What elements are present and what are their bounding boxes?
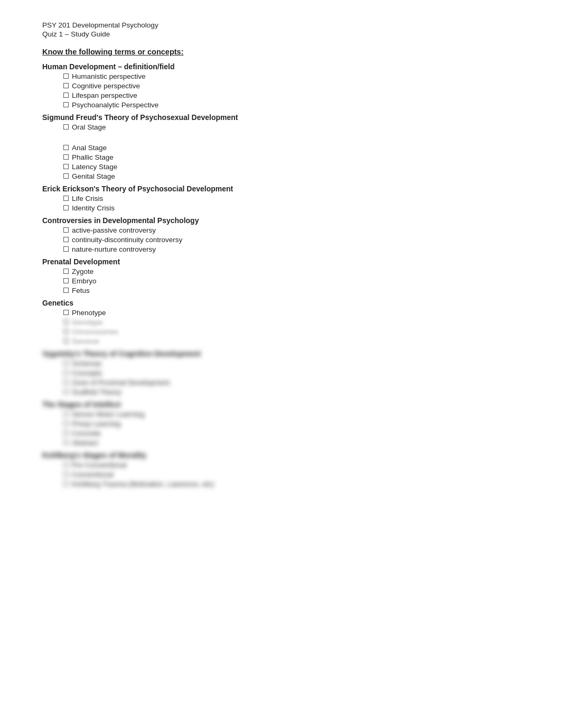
vygotsky-list: Schemas Concepts Zone of Proximal Develo…: [63, 360, 519, 396]
bullet-icon: [63, 164, 69, 169]
bullet-icon: [63, 173, 69, 179]
bullet-icon: [63, 440, 69, 445]
bullet-icon: [63, 237, 69, 242]
bullet-icon: [63, 102, 69, 107]
bullet-icon: [63, 73, 69, 79]
genetics-list: Phenotype Genotype Chromosomes Genome: [63, 309, 519, 345]
bullet-icon: [63, 421, 69, 426]
list-item: Anal Stage: [63, 144, 519, 152]
list-item: Latency Stage: [63, 163, 519, 171]
list-item: Oral Stage: [63, 123, 519, 131]
human-development-list: Humanistic perspective Cognitive perspec…: [63, 72, 519, 109]
list-item: Sensor Motor Learning: [63, 410, 519, 418]
section-title-human-development: Human Development – definition/field: [42, 62, 519, 71]
list-item: Conventional: [63, 471, 519, 478]
intellect-list: Sensor Motor Learning Preop Learning Con…: [63, 410, 519, 447]
list-item: Pre Conventional: [63, 461, 519, 469]
section-title-intellect: The Stages of Intellect: [42, 400, 519, 409]
prenatal-list: Zygote Embryo Fetus: [63, 268, 519, 294]
bullet-icon: [63, 430, 69, 436]
section-controversies: Controversies in Developmental Psycholog…: [42, 216, 519, 253]
section-title-genetics: Genetics: [42, 299, 519, 307]
section-vygotsky-blurred: Vygotsky's Theory of Cognitive Developme…: [42, 349, 519, 396]
bullet-icon: [63, 83, 69, 88]
list-item-blurred: Genotype: [63, 318, 519, 326]
list-item: Abstract: [63, 439, 519, 447]
bullet-icon: [63, 196, 69, 201]
list-item: Preop Learning: [63, 420, 519, 428]
bullet-icon: [63, 411, 69, 417]
section-title-freud: Sigmund Freud's Theory of Psychosexual D…: [42, 113, 519, 122]
list-item: Fetus: [63, 287, 519, 294]
list-item: Genital Stage: [63, 172, 519, 180]
list-item: Schemas: [63, 360, 519, 367]
bullet-icon: [63, 329, 69, 334]
bullet-icon: [63, 462, 69, 467]
quiz-title: Quiz 1 – Study Guide: [42, 30, 519, 38]
list-item: Identity Crisis: [63, 204, 519, 212]
bullet-icon: [63, 145, 69, 150]
bullet-icon: [63, 227, 69, 233]
bullet-icon: [63, 319, 69, 325]
bullet-icon: [63, 481, 69, 486]
bullet-icon: [63, 288, 69, 293]
kohlberg-list: Pre Conventional Conventional Kohlberg T…: [63, 461, 519, 488]
list-item: Embryo: [63, 277, 519, 285]
list-item: Humanistic perspective: [63, 72, 519, 80]
list-item: Phenotype: [63, 309, 519, 317]
section-title-prenatal: Prenatal Development: [42, 257, 519, 266]
list-item: Scaffold Theory: [63, 388, 519, 396]
bullet-icon: [63, 370, 69, 375]
freud-list: Oral Stage Anal Stage Phallic Stage Late…: [63, 123, 519, 180]
bullet-icon: [63, 269, 69, 274]
list-item: active-passive controversy: [63, 226, 519, 234]
section-title-kohlberg: Kohlberg's Stages of Morality: [42, 451, 519, 459]
section-erickson: Erick Erickson's Theory of Psychosocial …: [42, 185, 519, 212]
section-genetics: Genetics Phenotype Genotype Chromosomes …: [42, 299, 519, 345]
erickson-list: Life Crisis Identity Crisis: [63, 195, 519, 212]
list-item: Cognitive perspective: [63, 82, 519, 90]
list-item: Concrete: [63, 429, 519, 437]
bullet-icon: [63, 472, 69, 477]
bullet-icon: [63, 93, 69, 98]
section-intellect-blurred: The Stages of Intellect Sensor Motor Lea…: [42, 400, 519, 447]
intro-label: Know the following terms or concepts:: [42, 48, 519, 56]
list-item: Zone of Proximal Development: [63, 379, 519, 386]
section-human-development: Human Development – definition/field Hum…: [42, 62, 519, 109]
list-item: Zygote: [63, 268, 519, 275]
bullet-icon: [63, 205, 69, 210]
bullet-icon: [63, 154, 69, 160]
spacer-item: [63, 133, 519, 142]
section-title-erickson: Erick Erickson's Theory of Psychosocial …: [42, 185, 519, 193]
bullet-icon: [63, 389, 69, 394]
list-item: continuity-discontinuity controversy: [63, 236, 519, 244]
course-title: PSY 201 Developmental Psychology: [42, 21, 519, 29]
bullet-icon: [63, 278, 69, 283]
list-item: Kohlberg Trauma (Motivation, Lawrence, e…: [63, 480, 519, 488]
bullet-icon: [63, 338, 69, 344]
bullet-icon: [63, 246, 69, 252]
list-item: nature-nurture controversy: [63, 245, 519, 253]
bullet-icon: [63, 361, 69, 366]
list-item-blurred: Chromosomes: [63, 328, 519, 336]
section-title-controversies: Controversies in Developmental Psycholog…: [42, 216, 519, 225]
section-freud: Sigmund Freud's Theory of Psychosexual D…: [42, 113, 519, 180]
section-kohlberg-blurred: Kohlberg's Stages of Morality Pre Conven…: [42, 451, 519, 488]
controversies-list: active-passive controversy continuity-di…: [63, 226, 519, 253]
list-item: Lifespan perspective: [63, 91, 519, 99]
section-title-vygotsky: Vygotsky's Theory of Cognitive Developme…: [42, 349, 519, 358]
list-item: Life Crisis: [63, 195, 519, 202]
bullet-icon: [63, 124, 69, 130]
bullet-icon: [63, 310, 69, 315]
section-prenatal: Prenatal Development Zygote Embryo Fetus: [42, 257, 519, 294]
list-item: Psychoanalytic Perspective: [63, 101, 519, 109]
bullet-icon: [63, 380, 69, 385]
list-item-blurred: Genome: [63, 337, 519, 345]
list-item: Concepts: [63, 369, 519, 377]
list-item: Phallic Stage: [63, 153, 519, 161]
